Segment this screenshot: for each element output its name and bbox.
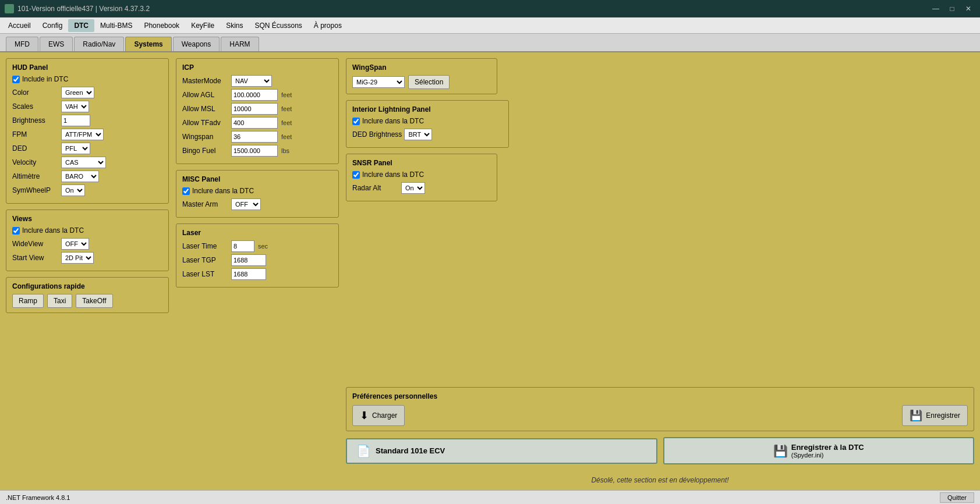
hud-symwheelp-label: SymWheelP — [12, 186, 59, 194]
menu-item-accueil[interactable]: Accueil — [2, 19, 37, 32]
minimize-button[interactable]: — — [929, 3, 943, 15]
misc-include-checkbox[interactable] — [182, 187, 190, 195]
menu-item-dtc[interactable]: DTC — [68, 19, 94, 32]
configs-rapide-panel: Configurations rapide Ramp Taxi TakeOff — [6, 277, 169, 313]
ded-brightness-select[interactable]: BRTDIMOFF — [404, 129, 432, 140]
main-content: HUD Panel Include in DTC Color GreenRedB… — [0, 52, 980, 490]
views-startview-select[interactable]: 2D Pit3D PitVR — [61, 252, 94, 264]
hud-fpm-select[interactable]: ATT/FPMFPMOFF — [61, 129, 104, 140]
hud-symwheelp-select[interactable]: OnOff — [61, 184, 85, 196]
misc-master-arm-select[interactable]: OFFARMSIM — [231, 198, 261, 210]
hud-scales-label: Scales — [12, 102, 59, 111]
ded-brightness-label: DED Brightness — [352, 130, 402, 139]
close-button[interactable]: ✕ — [961, 3, 975, 15]
interior-lightning-include-checkbox[interactable] — [352, 118, 360, 125]
taxi-button[interactable]: Taxi — [47, 294, 72, 308]
action-row: 📄 Standard 101e ECV 💾 Enregistrer à la D… — [346, 437, 974, 464]
views-title: Views — [12, 215, 162, 223]
icp-wingspan-input[interactable] — [231, 131, 278, 143]
wingspan-select[interactable]: MiG-29F-16CF-15CF-18CSu-27 — [352, 76, 405, 88]
menu-item-phonebook[interactable]: Phonebook — [138, 19, 185, 32]
laser-title: Laser — [182, 229, 332, 237]
interior-lightning-include-label: Inclure dans la DTC — [362, 117, 424, 125]
hud-fpm-label: FPM — [12, 130, 59, 139]
icp-allow-tfadv-input[interactable] — [231, 117, 278, 129]
menu-item-keyfile[interactable]: KeyFile — [185, 19, 220, 32]
tab-ews[interactable]: EWS — [40, 37, 73, 51]
icp-allow-msl-input[interactable] — [231, 103, 278, 115]
charger-button[interactable]: ⬇ Charger — [352, 405, 405, 426]
laser-lst-input[interactable] — [231, 268, 266, 280]
tab-bar: MFD EWS Radio/Nav Systems Weapons HARM — [0, 34, 980, 52]
views-include-label: Inclure dans la DTC — [22, 226, 84, 235]
app-icon — [5, 4, 14, 13]
laser-lst-row: Laser LST — [182, 268, 332, 280]
ramp-button[interactable]: Ramp — [12, 294, 44, 308]
misc-master-arm-label: Master Arm — [182, 200, 229, 208]
hud-altimetre-row: Altimètre BARORADARAUTO — [12, 171, 162, 182]
takeoff-button[interactable]: TakeOff — [76, 294, 112, 308]
views-startview-row: Start View 2D Pit3D PitVR — [12, 252, 162, 264]
radar-alt-select[interactable]: OnOff — [401, 182, 425, 194]
icp-allow-msl-unit: feet — [281, 105, 292, 112]
views-include-checkbox[interactable] — [12, 227, 20, 235]
tab-weapons[interactable]: Weapons — [173, 37, 220, 51]
menu-item-multibms[interactable]: Multi-BMS — [94, 19, 138, 32]
enregistrer-button[interactable]: 💾 Enregistrer — [902, 405, 968, 426]
hud-fpm-row: FPM ATT/FPMFPMOFF — [12, 129, 162, 140]
hud-include-checkbox[interactable] — [12, 76, 20, 83]
laser-tgp-label: Laser TGP — [182, 256, 229, 264]
icp-allow-agl-input[interactable] — [231, 89, 278, 101]
tab-systems[interactable]: Systems — [125, 37, 171, 51]
icp-allow-tfadv-row: Allow TFadv feet — [182, 117, 332, 129]
hud-velocity-select[interactable]: CASTASGND SPD — [61, 157, 106, 168]
hud-altimetre-label: Altimètre — [12, 172, 59, 180]
menu-item-config[interactable]: Config — [37, 19, 69, 32]
tab-mfd[interactable]: MFD — [6, 37, 38, 51]
status-bar: .NET Framework 4.8.1 Quitter — [0, 490, 980, 504]
views-wideview-label: WideView — [12, 240, 59, 248]
hud-include-row: Include in DTC — [12, 75, 162, 83]
hud-ded-row: DED PFLDEDOFF — [12, 143, 162, 154]
misc-title: MISC Panel — [182, 175, 332, 183]
laser-time-input[interactable] — [231, 240, 254, 252]
hud-color-select[interactable]: GreenRedBlueWhite — [61, 87, 94, 98]
icp-allow-tfadv-label: Allow TFadv — [182, 119, 229, 127]
interior-lightning-panel: Interior Lightning Panel Inclure dans la… — [346, 100, 509, 148]
laser-tgp-input[interactable] — [231, 254, 266, 266]
icp-mastermode-select[interactable]: NAVAGAADGFTMSL OVRD — [231, 75, 272, 87]
left-column: HUD Panel Include in DTC Color GreenRedB… — [6, 58, 169, 484]
hud-color-label: Color — [12, 88, 59, 97]
maximize-button[interactable]: □ — [945, 3, 959, 15]
hud-velocity-label: Velocity — [12, 158, 59, 166]
standard-button[interactable]: 📄 Standard 101e ECV — [346, 438, 657, 464]
icp-bingo-fuel-row: Bingo Fuel lbs — [182, 145, 332, 157]
radar-alt-label: Radar Alt — [352, 184, 399, 192]
preferences-title: Préférences personnelles — [352, 392, 968, 400]
menu-item-skins[interactable]: Skins — [220, 19, 249, 32]
hud-brightness-input[interactable] — [61, 115, 90, 126]
tab-radionav[interactable]: Radio/Nav — [74, 37, 124, 51]
hud-ded-select[interactable]: PFLDEDOFF — [61, 143, 90, 154]
quit-button[interactable]: Quitter — [940, 492, 974, 503]
hud-scales-select[interactable]: VAHVVIOFF — [61, 101, 89, 112]
hud-panel: HUD Panel Include in DTC Color GreenRedB… — [6, 58, 169, 204]
icp-bingo-fuel-input[interactable] — [231, 145, 278, 157]
icp-mastermode-label: MasterMode — [182, 77, 229, 85]
selection-button[interactable]: Sélection — [408, 75, 450, 89]
hud-color-row: Color GreenRedBlueWhite — [12, 87, 162, 98]
menu-item-sqn[interactable]: SQN Écussons — [249, 19, 307, 32]
misc-include-label: Inclure dans la DTC — [192, 187, 254, 195]
hud-include-label: Include in DTC — [22, 75, 68, 83]
misc-panel: MISC Panel Inclure dans la DTC Master Ar… — [176, 170, 339, 218]
views-wideview-select[interactable]: OFFON — [61, 238, 89, 250]
laser-time-unit: sec — [258, 243, 268, 250]
menu-item-apropos[interactable]: À propos — [308, 19, 348, 32]
snsr-include-checkbox[interactable] — [352, 171, 360, 179]
laser-tgp-row: Laser TGP — [182, 254, 332, 266]
laser-panel: Laser Laser Time sec Laser TGP Laser LST — [176, 223, 339, 288]
content-area: HUD Panel Include in DTC Color GreenRedB… — [6, 58, 974, 484]
hud-altimetre-select[interactable]: BARORADARAUTO — [61, 171, 99, 182]
enregistrer-dtc-button[interactable]: 💾 Enregistrer à la DTC (Spyder.ini) — [663, 437, 975, 464]
tab-harm[interactable]: HARM — [221, 37, 259, 51]
